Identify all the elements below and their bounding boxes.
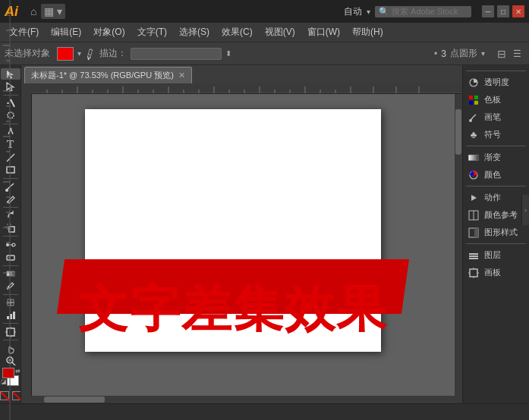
foreground-color-swatch[interactable] [2,368,14,378]
swap-colors-icon[interactable]: ⇄ [15,368,20,375]
panel-graphic-styles[interactable]: 图形样式 [463,224,529,241]
svg-rect-98 [469,258,478,259]
panel-swatches[interactable]: 色板 [463,91,529,108]
actions-icon [468,193,480,203]
artboards-label: 画板 [484,267,501,278]
panel-color[interactable]: 颜色 [463,166,529,183]
maximize-button[interactable]: □ [497,5,509,17]
shape-label: 点圆形 [450,47,477,60]
panel-brushes[interactable]: 画笔 [463,108,529,126]
svg-rect-25 [13,312,15,319]
svg-point-88 [469,119,472,122]
window-controls: ─ □ ✕ [482,5,524,17]
panel-color-guide[interactable]: 颜色参考 [463,206,529,224]
svg-rect-89 [468,155,479,161]
title-bar: Ai ⌂ ▦ ▾ 自动 ▾ 🔍 ─ □ ✕ [0,0,529,23]
canvas-text: 文字差集效果 [78,281,388,337]
color-guide-label: 颜色参考 [484,209,518,221]
artboards-icon [468,268,480,278]
ruler-horizontal-wrap [21,83,462,94]
svg-rect-97 [469,255,478,257]
fill-color-swatch[interactable] [57,47,74,61]
menu-edit[interactable]: 编辑(E) [45,24,87,41]
auto-label: 自动 [344,5,362,18]
menu-window[interactable]: 窗口(W) [301,24,346,41]
svg-rect-86 [469,101,473,105]
workspace: T [0,65,529,420]
menu-effect[interactable]: 效果(C) [216,24,259,41]
color-guide-icon [468,210,480,221]
panel-expand-arrow[interactable]: › [521,195,529,225]
align-icon[interactable]: ⊟ [497,48,506,60]
fill-dropdown-arrow[interactable]: ▾ [77,49,81,58]
options-bar: 未选择对象 ▾ 🖊 描边： ⬍ • 3 点圆形 ▾ ⊟ ☰ [0,42,529,65]
artboard: 文字差集效果 [85,109,381,352]
right-panel: 透明度 色板 画笔 ♣ 符号 [462,65,529,403]
panel-artboards[interactable]: 画板 [463,264,529,281]
layout-icon[interactable]: ▦ ▾ [41,4,65,19]
tab-close-button[interactable]: ✕ [178,71,185,80]
transparency-label: 透明度 [484,77,509,88]
transparency-icon [468,77,480,88]
panel-transparency[interactable]: 透明度 [463,74,529,91]
panel-layers[interactable]: 图层 [463,246,529,264]
svg-rect-96 [469,253,478,255]
graphic-styles-icon [468,227,480,238]
auto-chevron[interactable]: ▾ [367,8,370,16]
menu-type[interactable]: 文字(T) [131,24,173,41]
brush-size-value: 3 [441,49,446,59]
distribute-icon[interactable]: ☰ [513,49,521,59]
gradient-label: 渐变 [484,152,501,163]
stroke-input[interactable] [131,48,222,60]
scrollbar-vertical[interactable] [455,94,462,396]
close-button[interactable]: ✕ [512,5,524,17]
no-selection-label: 未选择对象 [5,47,50,60]
search-icon: 🔍 [379,7,389,17]
symbols-label: 符号 [484,129,501,140]
svg-line-36 [13,392,22,401]
svg-line-32 [12,362,15,365]
canvas-scroll-area: 文字差集效果 [21,94,462,396]
doc-tab-title: 未标题-1* @ 73.53% (RGB/GPU 预览) [31,70,174,81]
svg-rect-87 [474,101,478,105]
center-column: 未标题-1* @ 73.53% (RGB/GPU 预览) ✕ [21,65,462,403]
stroke-stepper[interactable]: ⬍ [225,49,231,58]
panel-sep-top [466,71,526,71]
svg-point-14 [12,243,15,246]
menu-object[interactable]: 对象(O) [87,24,131,41]
ruler-corner [21,83,32,94]
scrollbar-thumb-v[interactable] [455,109,461,155]
panel-sep1 [466,146,526,146]
panel-actions[interactable]: 动作 [463,189,529,206]
shape-dropdown-arrow[interactable]: ▾ [481,49,485,58]
scrollbar-thumb-h[interactable] [44,396,105,403]
svg-marker-91 [471,195,477,201]
graphic-styles-label: 图形样式 [484,227,518,238]
minimize-button[interactable]: ─ [482,5,494,17]
canvas-viewport: 文字差集效果 [32,94,455,396]
panel-sep2 [466,186,526,186]
document-tab[interactable]: 未标题-1* @ 73.53% (RGB/GPU 预览) ✕ [24,67,192,83]
ruler-vertical [21,94,32,396]
panel-gradient[interactable]: 渐变 [463,149,529,166]
tab-bar: 未标题-1* @ 73.53% (RGB/GPU 预览) ✕ [21,65,462,83]
home-icon[interactable]: ⌂ [30,5,36,17]
stroke-label: 描边： [99,47,127,60]
work-row: T [0,65,529,403]
search-input[interactable] [392,7,468,16]
brushes-icon [468,112,480,123]
search-box: 🔍 [375,6,471,17]
color-label: 颜色 [484,169,501,180]
brush-icon[interactable]: 🖊 [83,45,98,61]
text-content-area: 文字差集效果 [93,281,373,337]
scrollbar-horizontal[interactable] [21,396,462,403]
svg-rect-95 [474,228,478,237]
svg-rect-84 [469,96,473,99]
menu-help[interactable]: 帮助(H) [346,24,389,41]
menu-view[interactable]: 视图(V) [259,24,301,41]
none-stroke-box[interactable] [12,391,21,400]
panel-sep3 [466,243,526,244]
panel-symbols[interactable]: ♣ 符号 [463,126,529,143]
symbols-icon: ♣ [468,130,480,140]
menu-select[interactable]: 选择(S) [173,24,216,41]
